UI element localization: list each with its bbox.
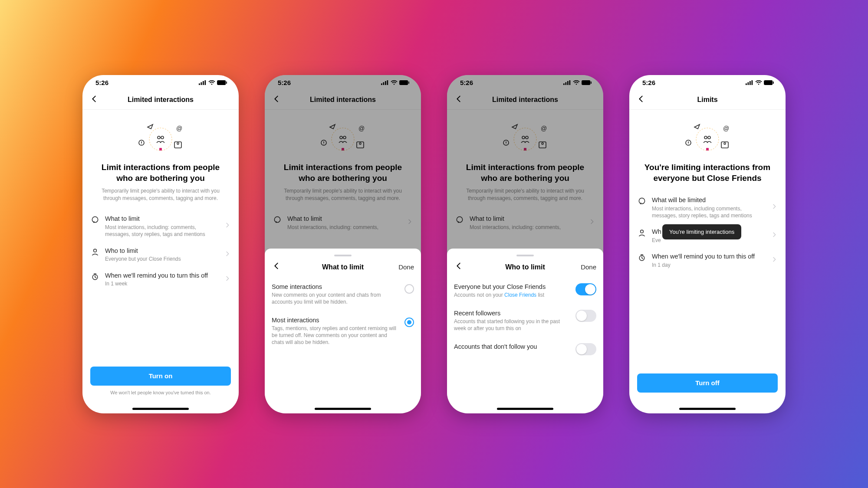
chevron-right-icon <box>771 203 778 212</box>
chat-icon <box>90 215 100 224</box>
chat-icon <box>637 196 647 206</box>
person-icon <box>637 228 647 237</box>
close-friends-link[interactable]: Close Friends <box>504 292 536 298</box>
footer-note: We won't let people know you've turned t… <box>90 390 231 395</box>
wifi-icon <box>755 80 762 85</box>
back-button[interactable] <box>89 94 99 105</box>
turn-off-button[interactable]: Turn off <box>637 373 778 393</box>
home-indicator[interactable] <box>497 408 553 410</box>
option-desc: Accounts not on your Close Friends list <box>454 291 569 298</box>
signal-icon <box>199 80 207 85</box>
status-bar: 5:26 <box>82 75 239 91</box>
signal-icon <box>746 80 753 85</box>
phone-screen-2: 5:26 Limited interactions Limit interact… <box>265 75 421 413</box>
row-desc: Most interactions, including comments, m… <box>652 205 766 219</box>
nav-title: Limited interactions <box>128 96 194 104</box>
sheet-title: What to limit <box>322 263 364 271</box>
status-time: 5:26 <box>642 79 655 86</box>
chevron-right-icon <box>224 222 231 231</box>
option-title: Accounts that don't follow you <box>454 343 569 350</box>
toggle-on[interactable] <box>575 283 596 295</box>
page-heading: You're limiting interactions from everyo… <box>637 162 778 184</box>
page-subheading: Temporarily limit people's ability to in… <box>90 187 231 202</box>
limits-illustration-icon <box>637 121 778 156</box>
option-recent-followers[interactable]: Recent followers Accounts that started f… <box>454 305 596 339</box>
phone-screen-4: 5:26 Limits You're limiting interactions… <box>629 75 786 413</box>
battery-icon <box>217 80 227 85</box>
row-what-limited[interactable]: What will be limited Most interactions, … <box>637 192 778 223</box>
row-who-to-limit[interactable]: Who to limit Everyone but your Close Fri… <box>90 242 231 267</box>
option-everyone-but-close-friends[interactable]: Everyone but your Close Friends Accounts… <box>454 279 596 305</box>
sheet-back-button[interactable] <box>272 261 281 273</box>
radio-unselected[interactable] <box>404 284 414 294</box>
option-desc: New comments on your content and chats f… <box>272 291 398 305</box>
back-button[interactable] <box>636 94 646 105</box>
row-title: When we'll remind you to turn this off <box>105 272 219 280</box>
clock-icon <box>90 272 100 281</box>
person-icon <box>90 247 100 256</box>
toggle-off[interactable] <box>575 310 596 322</box>
status-bar: 5:26 <box>629 75 786 91</box>
row-desc: Most interactions, including: comments, … <box>105 224 219 238</box>
row-desc: In 1 week <box>105 280 219 287</box>
radio-selected[interactable] <box>404 318 414 327</box>
row-desc: In 1 day <box>652 262 766 269</box>
option-title: Most interactions <box>272 317 398 324</box>
sheet-grabber[interactable] <box>516 255 534 256</box>
option-title: Everyone but your Close Friends <box>454 283 569 290</box>
option-desc: Accounts that started following you in t… <box>454 318 569 332</box>
wifi-icon <box>208 80 215 85</box>
option-desc: Tags, mentions, story replies and conten… <box>272 325 398 346</box>
sheet-title: Who to limit <box>505 263 545 271</box>
chevron-right-icon <box>224 250 231 259</box>
page-heading: Limit interactions from people who are b… <box>90 162 231 184</box>
option-non-followers[interactable]: Accounts that don't follow you <box>454 339 596 362</box>
option-most-interactions[interactable]: Most interactions Tags, mentions, story … <box>272 312 414 353</box>
nav-title: Limits <box>697 96 717 104</box>
turn-on-button[interactable]: Turn on <box>90 367 231 386</box>
home-indicator[interactable] <box>132 408 189 410</box>
row-title: What to limit <box>105 215 219 223</box>
row-what-to-limit[interactable]: What to limit Most interactions, includi… <box>90 210 231 242</box>
clock-icon <box>637 252 647 262</box>
row-who-limited[interactable]: Wh Eve You're limiting interactions <box>637 223 778 248</box>
sheet-grabber[interactable] <box>334 255 352 256</box>
nav-bar: Limited interactions <box>82 91 239 110</box>
row-title: When we'll remind you to turn this off <box>652 252 766 261</box>
row-title: Who to limit <box>105 247 219 255</box>
row-reminder[interactable]: When we'll remind you to turn this off I… <box>90 267 231 292</box>
phone-screen-3: 5:26 Limited interactions Limit interact… <box>447 75 603 413</box>
limiting-toast: You're limiting interactions <box>662 224 741 239</box>
home-indicator[interactable] <box>315 408 371 410</box>
chevron-right-icon <box>224 275 231 284</box>
chevron-right-icon <box>771 231 778 240</box>
done-button[interactable]: Done <box>581 263 596 271</box>
row-reminder[interactable]: When we'll remind you to turn this off I… <box>637 248 778 273</box>
phone-screen-1: 5:26 Limited interactions Limit interact… <box>82 75 239 413</box>
row-title: What will be limited <box>652 196 766 204</box>
toggle-off[interactable] <box>575 343 596 355</box>
limits-illustration-icon <box>90 121 231 156</box>
chevron-right-icon <box>771 256 778 265</box>
sheet-back-button[interactable] <box>454 261 464 273</box>
what-to-limit-sheet: What to limit Done Some interactions New… <box>265 249 421 413</box>
option-title: Some interactions <box>272 283 398 290</box>
home-indicator[interactable] <box>679 408 736 410</box>
option-some-interactions[interactable]: Some interactions New comments on your c… <box>272 279 414 312</box>
status-time: 5:26 <box>95 79 108 86</box>
option-title: Recent followers <box>454 310 569 317</box>
battery-icon <box>764 80 774 85</box>
row-desc: Everyone but your Close Friends <box>105 255 219 262</box>
done-button[interactable]: Done <box>398 263 414 271</box>
who-to-limit-sheet: Who to limit Done Everyone but your Clos… <box>447 249 603 413</box>
nav-bar: Limits <box>629 91 786 110</box>
